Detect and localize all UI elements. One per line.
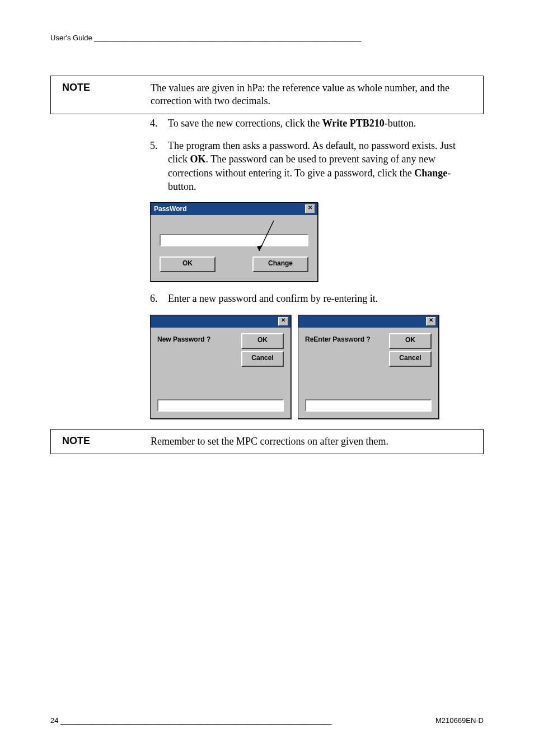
reenter-password-dialog: ✕ ReEnter Password ? OK Cancel: [298, 315, 439, 419]
reenter-password-label: ReEnter Password ?: [305, 333, 371, 343]
dialog-titlebar: PassWord ✕: [151, 203, 317, 215]
close-icon[interactable]: ✕: [278, 317, 288, 326]
step-number: 4.: [150, 116, 162, 130]
footer-rule: ________________________________________…: [60, 716, 331, 725]
step-number: 6.: [150, 292, 162, 305]
note-box-2: NOTE Remember to set the MPC corrections…: [50, 429, 484, 454]
page-number: 24: [50, 716, 58, 725]
note-text: Remember to set the MPC corrections on a…: [151, 435, 388, 448]
change-button[interactable]: Change: [252, 256, 308, 272]
doc-id: M210669EN-D: [435, 716, 484, 725]
step-4: 4. To save the new corrections, click th…: [150, 116, 472, 130]
step-text: To save the new corrections, click the W…: [168, 116, 416, 130]
step-6: 6. Enter a new password and confirm by r…: [150, 292, 472, 305]
cancel-button[interactable]: Cancel: [241, 351, 284, 367]
step-number: 5.: [150, 139, 162, 193]
step-5: 5. The program then asks a password. As …: [150, 139, 472, 193]
close-icon[interactable]: ✕: [426, 317, 436, 326]
page-footer: 24 _____________________________________…: [50, 716, 484, 725]
note-label: NOTE: [59, 82, 124, 108]
dialog-titlebar: ✕: [151, 315, 291, 328]
ok-button[interactable]: OK: [241, 333, 284, 349]
header-text: User's Guide: [50, 34, 92, 42]
note-box-1: NOTE The values are given in hPa: the re…: [50, 76, 484, 114]
step-text: The program then asks a password. As def…: [168, 139, 472, 193]
new-password-input[interactable]: [157, 399, 284, 412]
header-rule: ________________________________________…: [94, 34, 361, 42]
password-dialog: PassWord ✕ OK Change: [150, 202, 318, 282]
ok-button[interactable]: OK: [160, 256, 216, 272]
new-password-label: New Password ?: [157, 333, 210, 343]
dialog-titlebar: ✕: [298, 315, 438, 328]
step-text: Enter a new password and confirm by re-e…: [168, 292, 378, 305]
dialog-title: PassWord: [154, 205, 186, 213]
page-header: User's Guide ___________________________…: [50, 34, 484, 42]
close-icon[interactable]: ✕: [305, 204, 315, 213]
note-label: NOTE: [59, 435, 124, 448]
cancel-button[interactable]: Cancel: [389, 351, 432, 367]
new-password-dialog: ✕ New Password ? OK Cancel: [150, 315, 291, 419]
password-input[interactable]: [160, 234, 308, 246]
ok-button[interactable]: OK: [389, 333, 432, 349]
reenter-password-input[interactable]: [305, 399, 432, 412]
note-text: The values are given in hPa: the referen…: [151, 82, 475, 108]
